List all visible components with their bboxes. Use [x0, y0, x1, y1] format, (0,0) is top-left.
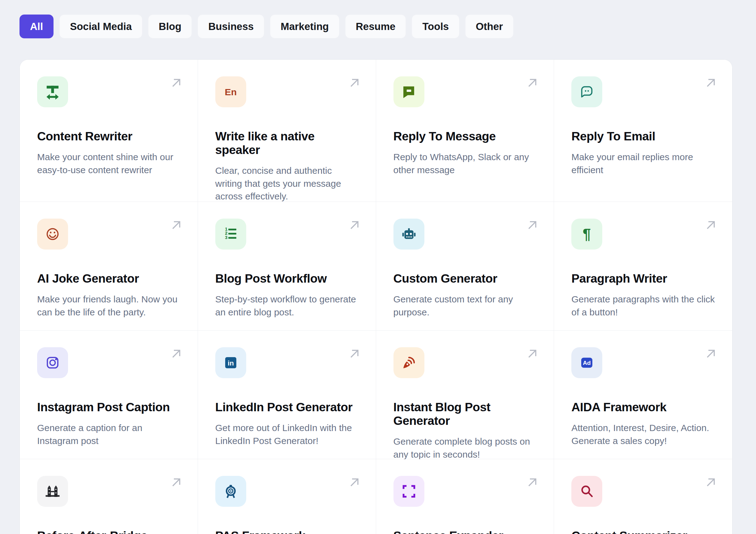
filter-chip-label: Tools: [422, 21, 449, 33]
filter-chip-other[interactable]: Other: [465, 14, 513, 38]
card-title: Blog Post Workflow: [215, 272, 359, 285]
filter-chip-label: Business: [208, 21, 254, 33]
card-title: Instant Blog Post Generator: [393, 400, 537, 428]
message-dash-icon: [393, 76, 424, 107]
expand-icon: [393, 476, 424, 507]
card-title: Content Rewriter: [37, 130, 180, 143]
tool-card-ai-joke-generator[interactable]: AI Joke Generator Make your friends laug…: [20, 202, 198, 331]
open-arrow-icon: [347, 76, 362, 90]
ordered-list-icon: 1 2 3: [215, 219, 246, 250]
card-title: Custom Generator: [393, 272, 537, 285]
filter-chip-business[interactable]: Business: [198, 14, 264, 38]
tool-card-before-after-bridge[interactable]: Before-After-Bridge: [20, 459, 198, 534]
open-arrow-icon: [704, 218, 718, 232]
tools-grid-container: Content Rewriter Make your content shine…: [19, 59, 733, 534]
card-title: Paragraph Writer: [571, 272, 715, 285]
target-board-icon: [215, 476, 246, 507]
tool-card-custom-generator[interactable]: Custom Generator Generate custom text fo…: [376, 202, 554, 331]
card-description: Generate custom text for any purpose.: [393, 293, 537, 318]
open-arrow-icon: [704, 475, 718, 490]
bridge-icon: [37, 476, 68, 507]
english-letters-icon: En: [215, 76, 246, 107]
open-arrow-icon: [169, 76, 183, 90]
open-arrow-icon: [525, 475, 539, 490]
card-description: Make your friends laugh. Now you can be …: [37, 293, 180, 318]
tool-card-write-like-native[interactable]: En Write like a native speaker Clear, co…: [198, 60, 376, 202]
card-title: Write like a native speaker: [215, 130, 359, 157]
card-description: Attention, Interest, Desire, Action. Gen…: [571, 421, 715, 447]
open-arrow-icon: [347, 347, 362, 361]
tool-card-content-rewriter[interactable]: Content Rewriter Make your content shine…: [20, 60, 198, 202]
tool-card-pas-framework[interactable]: PAS Framework: [198, 459, 376, 534]
open-arrow-icon: [525, 218, 539, 232]
card-description: Get more out of LinkedIn with the Linked…: [215, 421, 359, 447]
card-description: Reply to WhatsApp, Slack or any other me…: [393, 150, 537, 176]
pilcrow-icon: ¶: [571, 219, 602, 250]
filter-chip-label: Social Media: [70, 21, 132, 33]
search-icon: [571, 476, 602, 507]
card-title: LinkedIn Post Generator: [215, 400, 359, 414]
tool-card-blog-post-workflow[interactable]: 1 2 3 Blog Post Workflow Step-by-step wo…: [198, 202, 376, 331]
card-title: PAS Framework: [215, 529, 359, 534]
card-description: Step-by-step workflow to generate an ent…: [215, 293, 359, 318]
smiley-icon: [37, 219, 68, 250]
filter-chip-resume[interactable]: Resume: [345, 14, 406, 38]
card-title: Before-After-Bridge: [37, 529, 180, 534]
card-description: Generate paragraphs with the click of a …: [571, 293, 715, 318]
ad-badge-icon: Ad: [571, 347, 602, 378]
card-title: Reply To Email: [571, 130, 715, 143]
svg-text:Ad: Ad: [583, 360, 591, 366]
svg-text:En: En: [225, 87, 237, 97]
card-title: Instagram Post Caption: [37, 400, 180, 414]
open-arrow-icon: [169, 218, 183, 232]
filter-chip-all[interactable]: All: [19, 14, 54, 38]
svg-text:in: in: [228, 359, 234, 367]
open-arrow-icon: [704, 76, 718, 90]
open-arrow-icon: [525, 347, 539, 361]
card-description: Generate complete blog posts on any topi…: [393, 435, 537, 461]
svg-text:¶: ¶: [583, 226, 591, 242]
open-arrow-icon: [169, 475, 183, 490]
filter-chip-social-media[interactable]: Social Media: [59, 14, 142, 38]
card-description: Clear, concise and authentic writing tha…: [215, 164, 359, 203]
open-arrow-icon: [347, 475, 362, 490]
tool-card-content-summarizer[interactable]: Content Summarizer: [554, 459, 732, 534]
filter-chip-label: All: [30, 21, 43, 33]
open-arrow-icon: [704, 347, 718, 361]
category-filter-bar: All Social Media Blog Business Marketing…: [19, 14, 513, 38]
card-title: AI Joke Generator: [37, 272, 180, 285]
text-width-icon: [37, 76, 68, 107]
open-arrow-icon: [525, 76, 539, 90]
robot-icon: [393, 219, 424, 250]
filter-chip-tools[interactable]: Tools: [412, 14, 459, 38]
card-title: AIDA Framework: [571, 400, 715, 414]
tool-card-instant-blog-post-generator[interactable]: Instant Blog Post Generator Generate com…: [376, 331, 554, 459]
filter-chip-marketing[interactable]: Marketing: [270, 14, 339, 38]
linkedin-icon: in: [215, 347, 246, 378]
tool-card-aida-framework[interactable]: Ad AIDA Framework Attention, Interest, D…: [554, 331, 732, 459]
instagram-icon: [37, 347, 68, 378]
tool-card-sentence-expander[interactable]: Sentence Expander: [376, 459, 554, 534]
tool-card-paragraph-writer[interactable]: ¶ Paragraph Writer Generate paragraphs w…: [554, 202, 732, 331]
card-description: Make your email replies more efficient: [571, 150, 715, 176]
message-dots-icon: [571, 76, 602, 107]
filter-chip-blog[interactable]: Blog: [148, 14, 192, 38]
filter-chip-label: Blog: [159, 21, 181, 33]
tool-card-instagram-post-caption[interactable]: Instagram Post Caption Generate a captio…: [20, 331, 198, 459]
filter-chip-label: Resume: [356, 21, 395, 33]
tool-card-reply-to-email[interactable]: Reply To Email Make your email replies m…: [554, 60, 732, 202]
card-title: Sentence Expander: [393, 529, 537, 534]
filter-chip-label: Marketing: [281, 21, 329, 33]
open-arrow-icon: [169, 347, 183, 361]
tools-grid: Content Rewriter Make your content shine…: [20, 60, 732, 534]
card-title: Content Summarizer: [571, 529, 715, 534]
svg-text:3: 3: [225, 235, 227, 240]
card-title: Reply To Message: [393, 130, 537, 143]
open-arrow-icon: [347, 218, 362, 232]
filter-chip-label: Other: [476, 21, 503, 33]
card-description: Generate a caption for an Instagram post: [37, 421, 180, 447]
card-description: Make your content shine with our easy-to…: [37, 150, 180, 176]
pen-feed-icon: [393, 347, 424, 378]
tool-card-reply-to-message[interactable]: Reply To Message Reply to WhatsApp, Slac…: [376, 60, 554, 202]
tool-card-linkedin-post-generator[interactable]: in LinkedIn Post Generator Get more out …: [198, 331, 376, 459]
